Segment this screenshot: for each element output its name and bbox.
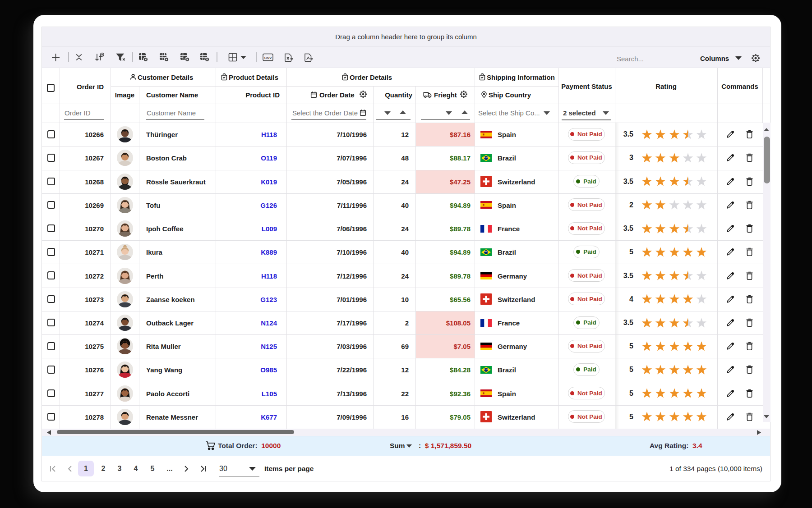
svg-text:CSV: CSV xyxy=(264,56,272,60)
